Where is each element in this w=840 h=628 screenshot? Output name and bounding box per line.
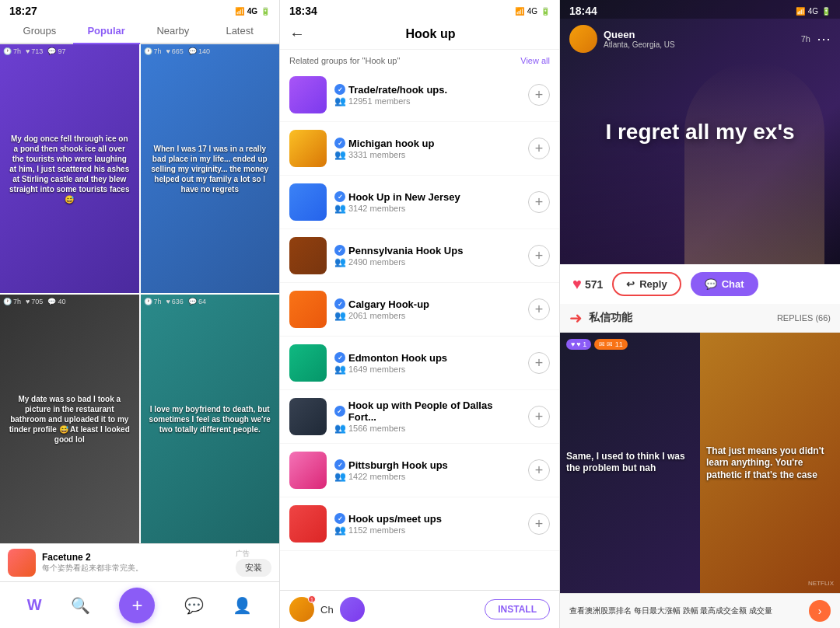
status-bar-3: 18:44 📶 4G 🔋	[560, 0, 840, 19]
ad-install-button[interactable]: 安装	[236, 559, 271, 577]
list-item[interactable]: ✓ Trade/rate/hook ups. 👥 12951 members +	[280, 68, 559, 122]
view-all-button[interactable]: View all	[520, 56, 550, 65]
post-main-text: I regret all my ex's	[574, 119, 826, 145]
nav-home[interactable]: W	[27, 596, 42, 614]
post-meta: 🕐 7h ♥ 665 💬 140	[144, 47, 210, 55]
post-comments: 💬 97	[47, 47, 65, 55]
nav-messages[interactable]: 💬	[184, 596, 204, 615]
source-label: NETFLIX	[808, 580, 834, 587]
tab-latest[interactable]: Latest	[206, 19, 273, 43]
group-members: 👥 1649 members	[334, 364, 520, 375]
join-button[interactable]: +	[528, 298, 550, 320]
post-card[interactable]: 🕐 7h ♥ 665 💬 140 When I was 17 I was in …	[141, 44, 280, 293]
members-icon: 👥	[334, 310, 346, 321]
nav-search[interactable]: 🔍	[71, 596, 90, 615]
post-card[interactable]: 🕐 7h ♥ 705 💬 40 My date was so bad I too…	[0, 295, 139, 543]
join-button[interactable]: +	[528, 352, 550, 374]
list-item[interactable]: ✓ Hook Up in New Jersey 👥 3142 members +	[280, 176, 559, 229]
list-item[interactable]: ✓ Hook ups/meet ups 👥 1152 members +	[280, 497, 559, 551]
verified-icon: ✓	[334, 138, 345, 148]
arrow-red-icon: ➜	[569, 309, 583, 327]
group-thumbnail	[289, 291, 327, 328]
battery-1: 🔋	[261, 7, 270, 16]
thumbnail-text: Same, I used to think I was the problem …	[560, 445, 700, 481]
group-members: 👥 3331 members	[334, 149, 520, 160]
cta-arrow-button[interactable]: ›	[809, 600, 831, 622]
notification-badge: 1	[308, 595, 316, 603]
section-label: Related groups for "Hook up"	[289, 56, 400, 65]
image-figure	[684, 62, 824, 264]
msg-badge: ✉ ✉ 11	[594, 339, 628, 350]
group-members: 👥 1566 members	[334, 423, 520, 434]
tab-groups[interactable]: Groups	[6, 19, 73, 43]
replies-count: REPLIES (66)	[777, 313, 831, 323]
verified-icon: ✓	[334, 84, 345, 95]
verified-icon: ✓	[334, 245, 345, 256]
join-button[interactable]: +	[528, 191, 550, 213]
join-button[interactable]: +	[528, 84, 550, 106]
list-item[interactable]: ✓ Hook up with People of Dallas Fort... …	[280, 390, 559, 444]
list-item[interactable]: ✓ Edmonton Hook ups 👥 1649 members +	[280, 337, 559, 390]
fab-create-button[interactable]: +	[119, 588, 155, 623]
group-name: ✓ Pennsylvania Hook Ups	[334, 245, 520, 256]
chat-button[interactable]: 💬 Chat	[691, 272, 758, 296]
post-likes: ♥ 636	[166, 298, 184, 305]
username: Queen	[604, 29, 795, 40]
group-name: ✓ Calgary Hook-up	[334, 298, 520, 310]
list-item[interactable]: ✓ Pennsylvania Hook Ups 👥 2490 members +	[280, 229, 559, 283]
thumb-badges: ♥ ♥ 1 ✉ ✉ 11	[566, 339, 628, 350]
tab-nearby[interactable]: Nearby	[140, 19, 207, 43]
chat-icon: 💬	[705, 278, 717, 290]
group-info: ✓ Hook up with People of Dallas Fort... …	[334, 399, 520, 434]
group-thumbnail	[289, 130, 327, 167]
more-options-button[interactable]: ⋯	[817, 30, 831, 47]
group-info: ✓ Michigan hook up 👥 3331 members	[334, 138, 520, 160]
thumbnail-right[interactable]: That just means you didn't learn anythin…	[700, 333, 840, 593]
section-header: Related groups for "Hook up" View all	[280, 50, 559, 68]
thumbnail-text: That just means you didn't learn anythin…	[700, 438, 840, 487]
nav-profile[interactable]: 👤	[233, 596, 252, 615]
group-thumbnail	[289, 76, 327, 113]
post-meta: 🕐 7h ♥ 636 💬 64	[144, 298, 206, 305]
post-card[interactable]: 🕐 7h ♥ 636 💬 64 I love my boyfriend to d…	[141, 295, 280, 543]
badge-msg-icon: ✉	[599, 340, 605, 348]
list-item[interactable]: ✓ Calgary Hook-up 👥 2061 members +	[280, 283, 559, 337]
ad-label: 广告	[236, 549, 271, 559]
post-time: 🕐 7h	[144, 47, 162, 55]
user-avatar: 1	[289, 597, 314, 622]
time-3: 18:44	[569, 5, 597, 17]
join-button[interactable]: +	[528, 245, 550, 267]
ad-icon	[8, 549, 36, 577]
thumbnail-left[interactable]: ♥ ♥ 1 ✉ ✉ 11 Same, I used to think I was…	[560, 333, 700, 593]
battery-2: 🔋	[541, 7, 550, 16]
join-button[interactable]: +	[528, 406, 550, 427]
signal-icon-2: 📶	[515, 7, 524, 16]
group-name: ✓ Hook up with People of Dallas Fort...	[334, 399, 520, 423]
join-button[interactable]: +	[528, 138, 550, 159]
join-button[interactable]: +	[528, 513, 550, 535]
group-info: ✓ Edmonton Hook ups 👥 1649 members	[334, 352, 520, 375]
ad-avatar	[340, 597, 365, 622]
network-1: 4G	[247, 7, 257, 16]
group-name: ✓ Michigan hook up	[334, 138, 520, 149]
tab-popular[interactable]: Popular	[73, 19, 140, 44]
status-icons-1: 📶 4G 🔋	[235, 7, 270, 16]
heart-icon[interactable]: ♥	[572, 275, 582, 293]
post-time: 7h	[801, 34, 810, 44]
bottom-nav: W 🔍 + 💬 👤	[0, 581, 279, 628]
status-icons-3: 📶 4G 🔋	[796, 7, 831, 16]
back-button[interactable]: ←	[289, 25, 305, 43]
list-item[interactable]: ✓ Pittsburgh Hook ups 👥 1422 members +	[280, 444, 559, 497]
tabs-row: Groups Popular Nearby Latest	[0, 19, 279, 44]
list-item[interactable]: ✓ Michigan hook up 👥 3331 members +	[280, 122, 559, 176]
time-2: 18:34	[289, 5, 317, 17]
status-bar-1: 18:27 📶 4G 🔋	[0, 0, 279, 19]
group-list: ✓ Trade/rate/hook ups. 👥 12951 members +…	[280, 68, 559, 590]
reply-button[interactable]: ↩ Reply	[612, 272, 681, 296]
signal-icon-3: 📶	[796, 7, 805, 16]
install-button[interactable]: INSTALL	[485, 599, 550, 619]
post-meta: 🕐 7h ♥ 713 💬 97	[3, 47, 65, 55]
post-card[interactable]: 🕐 7h ♥ 713 💬 97 My dog once fell through…	[0, 44, 139, 293]
post-likes: ♥ 665	[166, 47, 184, 55]
join-button[interactable]: +	[528, 459, 550, 481]
